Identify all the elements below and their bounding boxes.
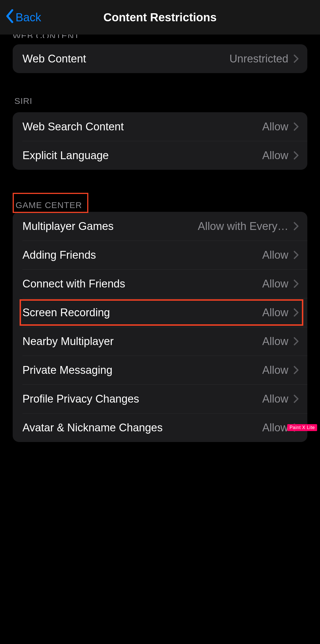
chevron-right-icon <box>294 250 299 260</box>
chevron-right-icon <box>294 365 299 375</box>
row-label: Web Search Content <box>22 121 262 133</box>
section-header-game-center: GAME CENTER <box>13 193 88 213</box>
chevron-right-icon <box>294 222 299 231</box>
row-label: Multiplayer Games <box>22 220 198 233</box>
row-web-content[interactable]: Web Content Unrestricted <box>13 44 307 73</box>
section-header-siri: SIRI <box>13 96 307 106</box>
row-avatar-nickname-changes[interactable]: Avatar & Nickname Changes Allow <box>13 413 307 442</box>
chevron-right-icon <box>294 151 299 160</box>
row-label: Explicit Language <box>22 149 262 162</box>
row-value: Allow <box>262 306 288 319</box>
row-label: Nearby Multiplayer <box>22 335 262 348</box>
group-web-content: Web Content Unrestricted <box>13 44 307 73</box>
row-explicit-language[interactable]: Explicit Language Allow <box>13 141 307 170</box>
watermark-badge: Paint X Lite <box>287 424 317 431</box>
back-button[interactable]: Back <box>6 9 41 26</box>
row-label: Adding Friends <box>22 249 262 261</box>
chevron-left-icon <box>6 9 14 26</box>
row-label: Screen Recording <box>22 306 262 319</box>
row-value: Unrestricted <box>229 53 288 65</box>
row-value: Allow <box>262 364 288 376</box>
row-profile-privacy-changes[interactable]: Profile Privacy Changes Allow <box>13 384 307 413</box>
row-private-messaging[interactable]: Private Messaging Allow <box>13 356 307 384</box>
chevron-right-icon <box>294 54 299 63</box>
row-multiplayer-games[interactable]: Multiplayer Games Allow with Every… <box>13 212 307 241</box>
chevron-right-icon <box>294 308 299 317</box>
row-screen-recording[interactable]: Screen Recording Allow <box>13 298 307 327</box>
row-value: Allow <box>262 422 288 434</box>
page-title: Content Restrictions <box>103 11 216 24</box>
chevron-right-icon <box>294 337 299 346</box>
group-game-center: Multiplayer Games Allow with Every… Addi… <box>13 212 307 442</box>
row-nearby-multiplayer[interactable]: Nearby Multiplayer Allow <box>13 327 307 356</box>
row-value: Allow <box>262 249 288 261</box>
row-label: Connect with Friends <box>22 278 262 290</box>
row-value: Allow <box>262 278 288 290</box>
row-label: Profile Privacy Changes <box>22 393 262 405</box>
chevron-right-icon <box>294 394 299 403</box>
row-label: Web Content <box>22 53 229 65</box>
row-connect-with-friends[interactable]: Connect with Friends Allow <box>13 269 307 298</box>
chevron-right-icon <box>294 279 299 288</box>
row-value: Allow <box>262 149 288 162</box>
row-value: Allow <box>262 121 288 133</box>
back-label: Back <box>16 11 41 24</box>
row-web-search-content[interactable]: Web Search Content Allow <box>13 112 307 141</box>
row-value: Allow <box>262 335 288 348</box>
row-label: Avatar & Nickname Changes <box>22 422 262 434</box>
chevron-right-icon <box>294 122 299 131</box>
row-label: Private Messaging <box>22 364 262 376</box>
navbar: Back Content Restrictions <box>0 0 320 35</box>
row-value: Allow <box>262 393 288 405</box>
row-adding-friends[interactable]: Adding Friends Allow <box>13 241 307 269</box>
group-siri: Web Search Content Allow Explicit Langua… <box>13 112 307 170</box>
row-value: Allow with Every… <box>198 220 288 233</box>
